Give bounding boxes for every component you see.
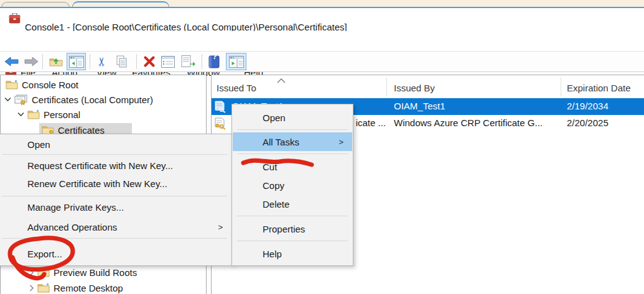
- tree-item-label: Personal: [44, 109, 80, 120]
- context-item-delete[interactable]: Delete: [233, 195, 352, 213]
- column-header-expiration-date[interactable]: Expiration Date: [567, 75, 631, 98]
- copy-button[interactable]: [113, 53, 131, 70]
- submenu-item-request-certificate[interactable]: Request Certificate with New Key...: [0, 157, 231, 175]
- mmc-window: Console1 - [Console Root\Certificates (L…: [0, 0, 644, 294]
- help-book-icon: ?: [208, 55, 220, 68]
- folder-icon: [6, 80, 18, 90]
- copy-pages-icon: [116, 55, 128, 68]
- menu-bar: File Action View Favorites Window Help: [0, 31, 644, 52]
- back-button[interactable]: [2, 53, 21, 70]
- delete-button[interactable]: [141, 53, 158, 70]
- toolbar-separator: [136, 54, 137, 69]
- menu-item-label: Open: [263, 113, 286, 123]
- context-item-help[interactable]: Help: [233, 244, 352, 263]
- context-item-properties[interactable]: Properties: [233, 219, 352, 238]
- cut-button[interactable]: ✂: [93, 53, 111, 70]
- cell-expiration-date: 2/20/2025: [567, 117, 609, 128]
- menu-item-label: Request Certificate with New Key...: [27, 160, 173, 171]
- tree-item-label: Certificates (Local Computer): [32, 94, 153, 105]
- menu-separator: [2, 154, 227, 155]
- menu-separator: [237, 129, 348, 130]
- column-header-issued-by[interactable]: Issued By: [394, 75, 435, 98]
- menu-item-label: Export...: [27, 249, 62, 259]
- menu-item-label: Advanced Operations: [27, 222, 117, 232]
- column-separator[interactable]: [561, 77, 561, 96]
- context-menu: Open All Tasks > Cut Copy Delete Propert…: [231, 104, 353, 266]
- menu-separator: [2, 196, 227, 196]
- menu-item-label: Renew Certificate with New Key...: [27, 178, 167, 189]
- column-header-issued-to[interactable]: Issued To: [217, 75, 256, 98]
- certificate-key-icon: [214, 101, 226, 113]
- chevron-down-icon[interactable]: [4, 97, 11, 102]
- chevron-right-icon[interactable]: [29, 285, 34, 292]
- tree-item-label: Preview Build Roots: [54, 267, 137, 278]
- sort-ascending-icon: [277, 78, 286, 83]
- context-item-all-tasks[interactable]: All Tasks >: [233, 132, 352, 151]
- folder-icon: [27, 109, 40, 119]
- tree-item-preview-build-roots[interactable]: Preview Build Roots: [29, 265, 137, 279]
- tree-item-certificates-local-computer[interactable]: Certificates (Local Computer): [4, 93, 153, 106]
- chevron-down-icon[interactable]: [17, 112, 24, 117]
- menu-item-label: Properties: [263, 224, 305, 234]
- tree-item-label: Console Root: [22, 80, 78, 90]
- forward-arrow-icon: [24, 57, 39, 67]
- menu-separator: [2, 238, 227, 239]
- submenu-item-advanced-operations[interactable]: Advanced Operations >: [0, 218, 231, 236]
- up-one-level-button[interactable]: [47, 53, 65, 70]
- browser-tab-strip: [0, 0, 644, 8]
- toolbar-separator: [90, 54, 90, 69]
- all-tasks-submenu: Open Request Certificate with New Key...…: [0, 134, 233, 266]
- submenu-item-renew-certificate[interactable]: Renew Certificate with New Key...: [0, 175, 231, 193]
- menu-item-label: Delete: [263, 199, 289, 209]
- export-list-page-icon: [181, 55, 196, 68]
- title-bar: Console1 - [Console Root\Certificates (L…: [0, 8, 644, 31]
- tree-item-console-root[interactable]: Console Root: [6, 78, 78, 91]
- delete-x-icon: [144, 56, 155, 67]
- cell-expiration-date: 2/19/2034: [567, 101, 609, 111]
- export-list-button[interactable]: [179, 53, 198, 70]
- cell-issued-by: OIAM_Test1: [394, 101, 446, 111]
- column-separator[interactable]: [386, 77, 387, 96]
- help-button[interactable]: ?: [205, 53, 223, 70]
- list-header-row: Issued To Issued By Expiration Date: [212, 75, 644, 98]
- cell-issued-by: Windows Azure CRP Certificate G...: [394, 117, 543, 128]
- tree-item-personal[interactable]: Personal: [17, 108, 80, 121]
- submenu-item-export[interactable]: Export...: [0, 243, 231, 264]
- submenu-arrow-icon: >: [338, 137, 343, 147]
- properties-window-icon: [161, 56, 175, 68]
- toolbar-separator: [202, 54, 202, 69]
- show-action-pane-button[interactable]: [226, 53, 246, 70]
- folder-icon: [37, 283, 50, 293]
- console-tree-panel-icon: [69, 56, 84, 68]
- action-pane-panel-icon: [229, 56, 244, 68]
- menu-item-label: Manage Private Keys...: [27, 202, 124, 213]
- menu-separator: [237, 241, 348, 241]
- menu-item-label: Open: [27, 139, 50, 150]
- menu-item-label: Copy: [263, 180, 284, 191]
- menu-item-label: Cut: [263, 162, 277, 172]
- certificates-snapin-icon: [14, 94, 28, 105]
- menu-separator: [237, 216, 348, 216]
- properties-button[interactable]: [159, 53, 177, 70]
- forward-button[interactable]: [22, 53, 40, 70]
- up-folder-icon: [49, 56, 63, 67]
- tree-item-label: Remote Desktop: [54, 283, 123, 293]
- toolbar-separator: [42, 54, 43, 69]
- menu-item-label: All Tasks: [263, 137, 299, 147]
- back-arrow-icon: [4, 57, 19, 67]
- tree-item-remote-desktop[interactable]: Remote Desktop: [29, 281, 123, 294]
- context-item-open[interactable]: Open: [233, 108, 352, 127]
- menu-separator: [237, 154, 348, 154]
- menu-item-label: Help: [263, 249, 282, 259]
- context-item-cut[interactable]: Cut: [233, 157, 352, 176]
- mmc-app-icon: [9, 13, 21, 24]
- submenu-arrow-icon: >: [218, 223, 223, 232]
- folder-icon: [37, 267, 50, 277]
- scissors-icon: ✂: [96, 57, 108, 67]
- context-item-copy[interactable]: Copy: [233, 176, 352, 195]
- submenu-item-manage-private-keys[interactable]: Manage Private Keys...: [0, 198, 231, 216]
- chevron-right-icon[interactable]: [29, 269, 34, 276]
- show-console-tree-button[interactable]: [67, 53, 86, 70]
- certificate-key-icon: [214, 117, 226, 130]
- submenu-item-open[interactable]: Open: [0, 136, 231, 153]
